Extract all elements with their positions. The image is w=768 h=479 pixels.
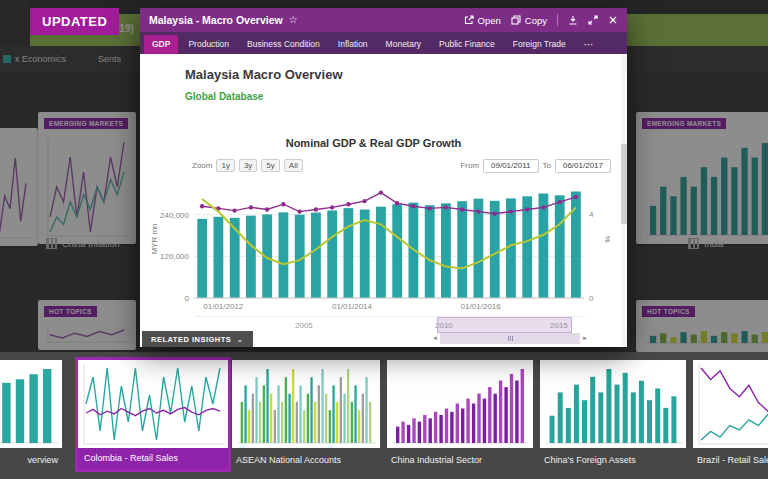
thumbnail-label: verview [0,448,62,465]
zoom-label: Zoom [192,161,212,170]
close-icon [608,15,618,25]
divider [557,14,558,26]
svg-text:01/01/2016: 01/01/2016 [461,302,502,311]
zoom-all-button[interactable]: All [284,159,303,172]
insight-modal: Malaysia - Macro Overview ☆ Open Copy [140,8,627,347]
external-link-icon [464,15,474,25]
svg-text:0: 0 [589,294,594,303]
thumbnail-chart [387,360,533,448]
tabs-overflow-button[interactable]: ⋯ [578,37,601,54]
thumbnail-label: China's Foreign Assets [540,448,686,465]
tab-inflation[interactable]: Inflation [330,35,376,54]
svg-text:01/01/2012: 01/01/2012 [203,302,244,311]
scrollbar-track[interactable] [440,333,580,344]
thumbnail-label: Colombia - Retail Sales [78,448,228,469]
open-button[interactable]: Open [464,15,501,26]
zoom-3y-button[interactable]: 3y [239,159,257,172]
favorite-star-icon[interactable]: ☆ [289,15,298,25]
svg-text:120,000: 120,000 [160,252,189,261]
insight-thumbnail-selected[interactable]: Colombia - Retail Sales [75,357,231,472]
updated-badge: UPDATED [30,8,119,35]
thumbnail-chart [78,360,228,448]
to-date-input[interactable]: 06/01/2017 [555,159,611,173]
insight-thumbnail[interactable]: verview [0,360,62,465]
modal-header: Malaysia - Macro Overview ☆ Open Copy [140,8,627,32]
chart-title: Nominal GDP & Real GDP Growth [140,137,607,149]
screen: (19) x Economics Sents ry EMERGING MARKE… [0,0,768,479]
insight-thumbnail[interactable]: ASEAN National Accounts [232,360,380,465]
svg-text:MYR mn: MYR mn [150,223,159,254]
tab-gdp[interactable]: GDP [144,35,178,54]
svg-text:0: 0 [185,294,190,303]
scrollbar-thumb[interactable] [441,334,579,343]
zoom-5y-button[interactable]: 5y [261,159,279,172]
copy-icon [511,15,521,25]
insight-thumbnail[interactable]: China's Foreign Assets [540,360,686,465]
from-date-input[interactable]: 09/01/2011 [483,159,538,173]
tab-monetary[interactable]: Monetary [378,35,429,54]
open-button-label: Open [478,15,501,26]
svg-text:%: % [603,235,610,242]
svg-text:240,000: 240,000 [160,211,189,220]
related-insights-label: RELATED INSIGHTS [151,335,231,344]
chart-toolbar: Zoom 1y 3y 5y All From 09/01/2011 To 06/… [192,158,611,173]
vertical-scrollbar[interactable] [621,54,627,347]
global-database-link[interactable]: Global Database [185,91,263,102]
from-label: From [460,161,479,170]
expand-icon [588,15,598,25]
thumbnail-label: ASEAN National Accounts [232,448,380,465]
to-label: To [543,161,551,170]
insight-title: Malaysia Macro Overview [185,67,343,82]
thumbnail-label: China Industrial Sector [387,448,533,465]
download-button[interactable] [568,15,578,25]
horizontal-scrollbar[interactable]: ◄ ► [430,333,590,344]
thumbnail-chart [232,360,380,448]
thumbnail-chart [0,360,62,448]
scroll-left-button[interactable]: ◄ [430,333,440,344]
copy-button[interactable]: Copy [511,15,547,26]
related-insights-strip: verview Colombia - Retail Sales ASEAN Na… [0,352,768,479]
modal-content: Malaysia Macro Overview Global Database … [140,54,627,347]
tab-production[interactable]: Production [180,35,237,54]
expand-button[interactable] [588,15,598,25]
modal-title: Malaysia - Macro Overview [149,14,283,26]
close-button[interactable] [608,15,618,25]
thumbnail-label: Brazil - Retail Sales [693,448,768,465]
chart-navigator[interactable]: 2005 2010 2015 [195,316,585,332]
chevron-down-icon: ⌄ [236,335,243,344]
related-insights-button[interactable]: RELATED INSIGHTS ⌄ [142,331,253,347]
navigator-year: 2005 [295,321,313,330]
scroll-right-button[interactable]: ► [580,333,590,344]
gdp-chart[interactable]: 0120,000240,0000401/01/201201/01/201401/… [148,174,610,312]
copy-button-label: Copy [525,15,547,26]
date-range: From 09/01/2011 To 06/01/2017 [460,159,611,173]
tab-business-condition[interactable]: Business Condition [239,35,328,54]
modal-tab-bar: GDP Production Business Condition Inflat… [140,32,627,54]
insight-thumbnail[interactable]: Brazil - Retail Sales [693,360,768,465]
modal-actions: Open Copy [464,14,618,26]
insight-thumbnail[interactable]: China Industrial Sector [387,360,533,465]
navigator-selection[interactable] [437,317,572,333]
svg-text:01/01/2014: 01/01/2014 [332,302,373,311]
tab-foreign-trade[interactable]: Foreign Trade [505,35,574,54]
svg-text:4: 4 [589,210,594,219]
thumbnail-chart [693,360,768,448]
vertical-scrollbar-thumb[interactable] [621,144,627,224]
zoom-1y-button[interactable]: 1y [216,159,234,172]
thumbnail-chart [540,360,686,448]
download-icon [568,15,578,25]
tab-public-finance[interactable]: Public Finance [431,35,503,54]
